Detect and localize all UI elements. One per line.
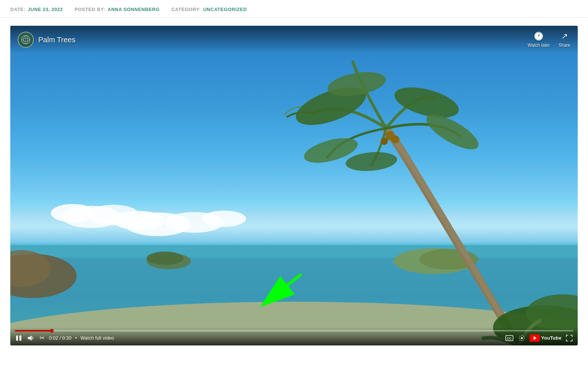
share-label: Share — [559, 43, 570, 48]
date-value: JUNE 23, 2022 — [28, 7, 63, 12]
svg-point-4 — [114, 211, 165, 230]
svg-text:CC: CC — [507, 337, 512, 340]
video-title: Palm Trees — [38, 36, 75, 44]
watch-later-label: Watch later — [528, 43, 550, 48]
watch-later-button[interactable]: 🕐 Watch later — [528, 32, 550, 48]
svg-point-36 — [521, 337, 523, 339]
watch-later-icon: 🕐 — [534, 32, 544, 41]
settings-button[interactable] — [518, 335, 526, 341]
video-top-actions: 🕐 Watch later ↗ Share — [528, 32, 570, 48]
category-value: UNCATEGORIZED — [203, 7, 247, 12]
youtube-logo: YouTube — [530, 334, 562, 342]
fullscreen-button[interactable] — [565, 335, 573, 341]
time-current: 0:02 / 0:30 — [49, 335, 71, 341]
svg-point-6 — [202, 210, 246, 227]
date-label: DATE: — [10, 7, 25, 12]
channel-icon — [18, 32, 34, 48]
posted-by-label: POSTED BY: — [75, 7, 105, 12]
youtube-label: YouTube — [541, 335, 562, 341]
svg-point-25 — [391, 135, 399, 143]
posted-by-value: ANNA SONNENBERG — [108, 7, 160, 12]
svg-marker-37 — [534, 336, 537, 340]
svg-rect-31 — [16, 336, 18, 341]
meta-bar: DATE: JUNE 23, 2022 POSTED BY: ANNA SONN… — [0, 0, 588, 18]
pause-button[interactable] — [15, 335, 23, 341]
date-item: DATE: JUNE 23, 2022 — [10, 7, 63, 12]
category-item: CATEGORY: UNCATEGORIZED — [171, 7, 247, 12]
share-button[interactable]: ↗ Share — [559, 32, 570, 48]
svg-rect-9 — [10, 242, 578, 245]
video-controls-row: ✂ 0:02 / 0:30 • Watch full video CC — [15, 334, 573, 342]
video-top-bar: Palm Trees 🕐 Watch later ↗ Share — [10, 26, 578, 54]
posted-by-item: POSTED BY: ANNA SONNENBERG — [75, 7, 159, 12]
svg-rect-32 — [19, 336, 21, 341]
watch-full-video-link[interactable]: Watch full video — [80, 335, 114, 341]
video-bottom-bar: ✂ 0:02 / 0:30 • Watch full video CC — [10, 327, 578, 345]
youtube-icon — [530, 334, 540, 342]
scissors-button[interactable]: ✂ — [39, 334, 45, 341]
svg-point-19 — [391, 81, 462, 123]
captions-button[interactable]: CC — [505, 335, 514, 341]
svg-point-13 — [147, 252, 183, 265]
video-title-group: Palm Trees — [18, 32, 75, 48]
dot-separator: • — [75, 335, 77, 341]
svg-point-24 — [381, 138, 388, 145]
video-scene-svg — [10, 26, 578, 345]
progress-bar-fill — [15, 330, 52, 331]
video-player[interactable]: Palm Trees 🕐 Watch later ↗ Share — [10, 26, 578, 345]
volume-button[interactable] — [26, 335, 35, 341]
share-icon: ↗ — [561, 32, 568, 41]
progress-bar-track[interactable] — [15, 330, 573, 331]
right-controls: CC YouTube — [505, 334, 574, 342]
svg-marker-33 — [28, 336, 32, 341]
svg-point-21 — [345, 150, 398, 173]
category-label: CATEGORY: — [171, 7, 201, 12]
